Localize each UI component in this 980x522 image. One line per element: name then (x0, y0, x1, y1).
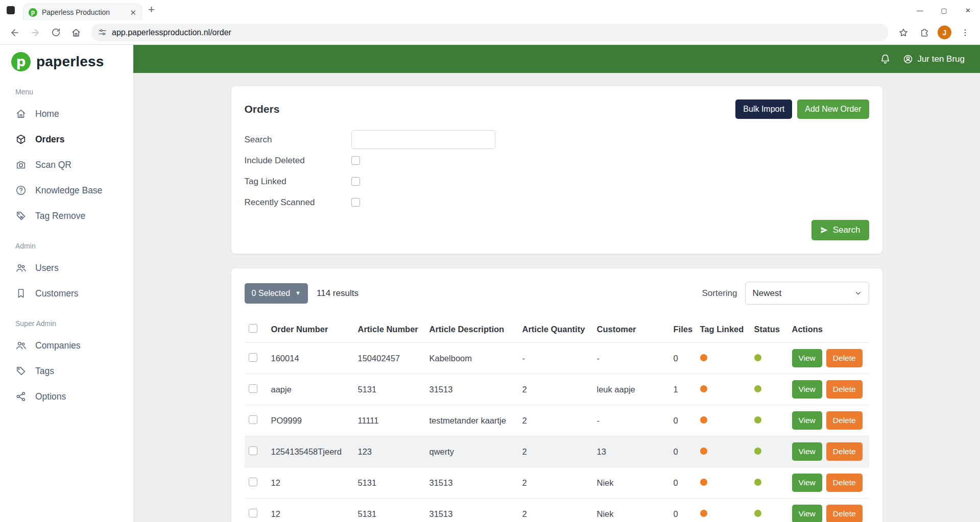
browser-toolbar: app.paperlessproduction.nl/order J (0, 20, 980, 45)
sidebar-item-scan-qr[interactable]: Scan QR (0, 152, 133, 178)
article-number-cell: 5131 (354, 374, 425, 405)
window-maximize-button[interactable]: ▢ (932, 0, 956, 20)
table-row: 1254135458Tjeerd123qwerty2130ViewDelete (245, 436, 869, 467)
row-checkbox[interactable] (249, 509, 257, 517)
search-input[interactable] (351, 130, 495, 149)
sidebar-item-home[interactable]: Home (0, 101, 133, 127)
window-close-button[interactable]: ✕ (956, 0, 980, 20)
column-header: Article Description (425, 317, 518, 343)
back-button[interactable] (6, 24, 23, 41)
bookmark-star-icon[interactable] (895, 24, 912, 41)
table-row: 160014150402457Kabelboom--0ViewDelete (245, 343, 869, 374)
tab-close-icon[interactable]: ✕ (130, 9, 136, 16)
customer-cell: - (593, 343, 670, 374)
delete-button[interactable]: Delete (826, 349, 863, 367)
sidebar-item-customers[interactable]: Customers (0, 281, 133, 306)
table-row: 125131315132Niek0ViewDelete (245, 467, 869, 499)
column-header: Status (750, 317, 788, 343)
app-logo[interactable]: p paperless (0, 45, 133, 74)
sidebar-item-knowledge-base[interactable]: Knowledge Base (0, 178, 133, 203)
sidebar-item-users[interactable]: Users (0, 255, 133, 281)
sidebar-item-label: Users (35, 263, 59, 274)
selected-dropdown-button[interactable]: 0 Selected ▼ (245, 283, 308, 304)
row-checkbox[interactable] (249, 415, 257, 424)
tag-linked-status-dot (700, 448, 707, 455)
article-description-cell: testmetander kaartje (425, 405, 518, 436)
filter-label: Recently Scanned (245, 197, 351, 208)
url-bar[interactable]: app.paperlessproduction.nl/order (91, 23, 889, 41)
search-label: Search (245, 135, 351, 145)
results-count: 114 results (317, 288, 358, 299)
order-number-cell: 12 (267, 467, 354, 499)
article-number-cell: 5131 (354, 499, 425, 522)
delete-button[interactable]: Delete (826, 380, 863, 399)
customer-cell: Niek (593, 499, 670, 522)
view-button[interactable]: View (792, 505, 822, 522)
chevron-down-icon (855, 290, 862, 296)
extensions-icon[interactable] (915, 24, 933, 41)
home-button[interactable] (67, 24, 85, 41)
row-checkbox[interactable] (249, 384, 257, 393)
select-all-checkbox[interactable] (249, 324, 257, 333)
users-icon (15, 340, 27, 351)
include-deleted-checkbox[interactable] (351, 156, 360, 165)
search-button[interactable]: Search (811, 220, 869, 240)
filter-row: Recently Scanned (245, 192, 869, 213)
column-header: Tag Linked (696, 317, 750, 343)
sidebar-item-orders[interactable]: Orders (0, 127, 133, 152)
status-dot (754, 510, 761, 517)
article-quantity-cell: 2 (518, 405, 593, 436)
view-button[interactable]: View (792, 380, 822, 399)
tag-linked-checkbox[interactable] (351, 177, 360, 186)
sidebar-item-label: Companies (35, 340, 81, 351)
delete-button[interactable]: Delete (826, 505, 863, 522)
sidebar-item-options[interactable]: Options (0, 384, 133, 409)
browser-menu-icon[interactable] (957, 24, 974, 41)
view-button[interactable]: View (792, 474, 822, 492)
view-button[interactable]: View (792, 411, 822, 430)
row-checkbox[interactable] (249, 446, 257, 455)
column-header: Article Quantity (518, 317, 593, 343)
view-button[interactable]: View (792, 442, 822, 461)
sidebar-item-companies[interactable]: Companies (0, 333, 133, 358)
sidebar-item-label: Home (35, 109, 59, 119)
article-description-cell: 31513 (425, 499, 518, 522)
row-checkbox[interactable] (249, 353, 257, 362)
browser-tab[interactable]: p Paperless Production ✕ (23, 4, 142, 20)
add-new-order-button[interactable]: Add New Order (797, 100, 869, 119)
bulk-import-button[interactable]: Bulk Import (735, 100, 792, 119)
column-header: Files (670, 317, 696, 343)
sidebar-item-tags[interactable]: Tags (0, 358, 133, 384)
customer-cell: 13 (593, 436, 670, 467)
bookmark-icon (15, 288, 27, 299)
table-row: aapje5131315132leuk aapje1ViewDelete (245, 374, 869, 405)
delete-button[interactable]: Delete (826, 474, 863, 492)
delete-button[interactable]: Delete (826, 442, 863, 461)
view-button[interactable]: View (792, 349, 822, 367)
forward-button[interactable] (27, 24, 44, 41)
table-row: 125131315132Niek0ViewDelete (245, 499, 869, 522)
recently-scanned-checkbox[interactable] (351, 198, 360, 207)
profile-avatar[interactable]: J (938, 26, 951, 39)
article-quantity-cell: 2 (518, 499, 593, 522)
status-dot (754, 479, 761, 486)
delete-button[interactable]: Delete (826, 411, 863, 430)
order-number-cell: aapje (267, 374, 354, 405)
status-dot (754, 385, 761, 392)
sorting-select[interactable]: Newest (745, 282, 869, 305)
user-menu[interactable]: Jur ten Brug (903, 54, 965, 64)
tag-linked-status-dot (700, 416, 707, 424)
notifications-bell-icon[interactable] (880, 54, 891, 64)
sidebar-item-tag-remove[interactable]: Tag Remove (0, 203, 133, 229)
customer-cell: Niek (593, 467, 670, 499)
sidebar-item-label: Scan QR (35, 160, 71, 170)
files-cell: 0 (670, 467, 696, 499)
refresh-button[interactable] (47, 24, 64, 41)
row-checkbox[interactable] (249, 478, 257, 486)
window-minimize-button[interactable]: — (908, 0, 932, 20)
article-number-cell: 5131 (354, 467, 425, 499)
page-title: Orders (245, 103, 280, 115)
new-tab-button[interactable]: + (148, 4, 155, 17)
site-settings-icon[interactable] (98, 28, 107, 37)
table-row: PO999911111testmetander kaartje2-0ViewDe… (245, 405, 869, 436)
